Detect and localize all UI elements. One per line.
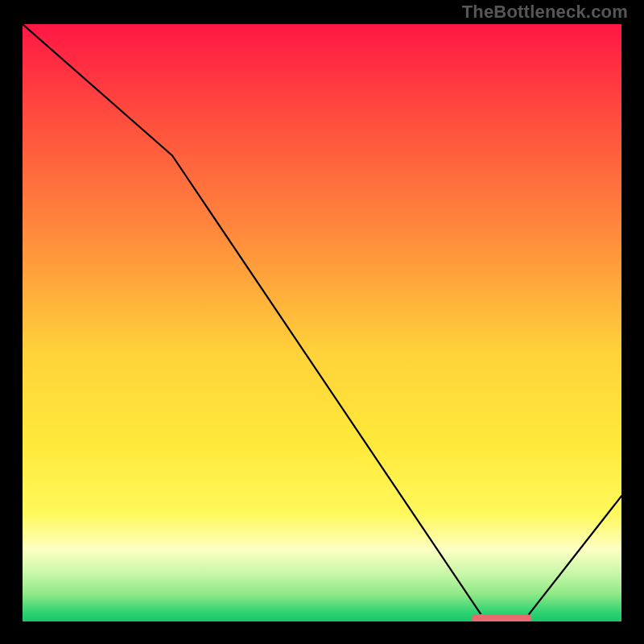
chart-plot — [23, 24, 621, 621]
heatmap-background — [23, 24, 621, 621]
attribution-text: TheBottleneck.com — [462, 2, 628, 23]
optimal-range-marker — [472, 614, 531, 621]
chart-frame: TheBottleneck.com — [0, 0, 644, 644]
